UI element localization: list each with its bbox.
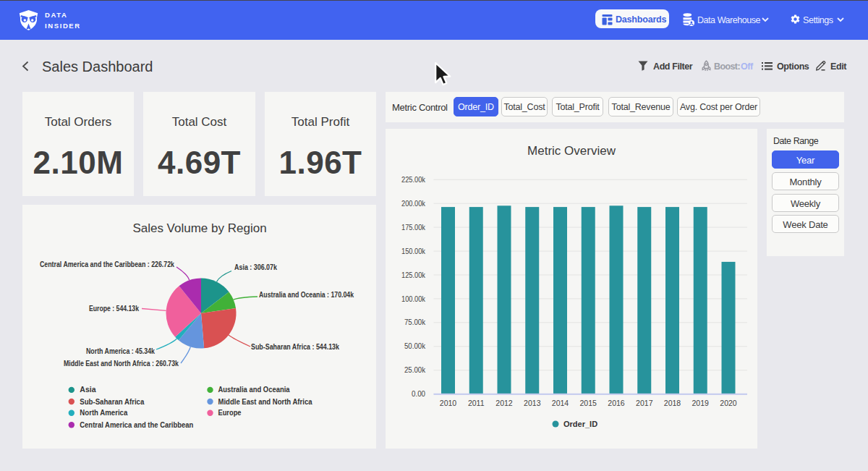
svg-text:2019: 2019 bbox=[692, 399, 710, 407]
svg-text:200.00k: 200.00k bbox=[401, 199, 426, 208]
svg-text:Central America and the Caribb: Central America and the Caribbean bbox=[80, 420, 193, 429]
svg-text:2012: 2012 bbox=[495, 399, 513, 407]
svg-text:2010: 2010 bbox=[440, 399, 457, 407]
svg-text:225.00k: 225.00k bbox=[401, 175, 426, 184]
svg-text:150.00k: 150.00k bbox=[401, 247, 426, 255]
svg-text:Middle East and North Africa: Middle East and North Africa bbox=[218, 397, 312, 406]
svg-text:Asia : 306.07k: Asia : 306.07k bbox=[234, 263, 277, 271]
svg-text:North America : 45.34k: North America : 45.34k bbox=[86, 347, 155, 355]
svg-text:0.00: 0.00 bbox=[412, 389, 425, 398]
svg-text:50.00k: 50.00k bbox=[404, 341, 426, 350]
svg-text:125.00k: 125.00k bbox=[401, 271, 426, 279]
svg-text:Sub-Saharan Africa : 544.13k: Sub-Saharan Africa : 544.13k bbox=[251, 342, 339, 351]
svg-text:Middle East and North Africa :: Middle East and North Africa : 260.73k bbox=[64, 359, 179, 368]
svg-text:Metric Overview: Metric Overview bbox=[527, 144, 616, 158]
svg-text:Europe : 544.13k: Europe : 544.13k bbox=[89, 304, 139, 313]
svg-text:Sub-Saharan Africa: Sub-Saharan Africa bbox=[80, 397, 144, 406]
svg-text:175.00k: 175.00k bbox=[401, 223, 426, 232]
svg-text:Sales Volume by Region: Sales Volume by Region bbox=[132, 221, 266, 235]
svg-text:2018: 2018 bbox=[664, 399, 681, 407]
svg-text:Central America and the Caribb: Central America and the Caribbean : 226.… bbox=[40, 260, 174, 268]
svg-text:25.00k: 25.00k bbox=[404, 365, 426, 374]
svg-text:Asia: Asia bbox=[80, 385, 95, 394]
svg-text:100.00k: 100.00k bbox=[401, 294, 426, 303]
svg-text:Australia and Oceania: Australia and Oceania bbox=[218, 385, 290, 394]
svg-text:2011: 2011 bbox=[468, 399, 485, 407]
svg-text:North America: North America bbox=[80, 408, 127, 417]
svg-text:2013: 2013 bbox=[524, 399, 541, 407]
svg-text:2016: 2016 bbox=[608, 399, 625, 407]
svg-text:2014: 2014 bbox=[552, 399, 569, 407]
svg-text:2020: 2020 bbox=[720, 399, 737, 407]
svg-text:Australia and Oceania : 170.04: Australia and Oceania : 170.04k bbox=[259, 290, 354, 299]
svg-text:2015: 2015 bbox=[580, 399, 597, 407]
svg-text:Order_ID: Order_ID bbox=[563, 420, 597, 428]
svg-text:Europe: Europe bbox=[218, 408, 242, 417]
svg-text:75.00k: 75.00k bbox=[404, 318, 426, 326]
svg-text:2017: 2017 bbox=[636, 399, 653, 407]
